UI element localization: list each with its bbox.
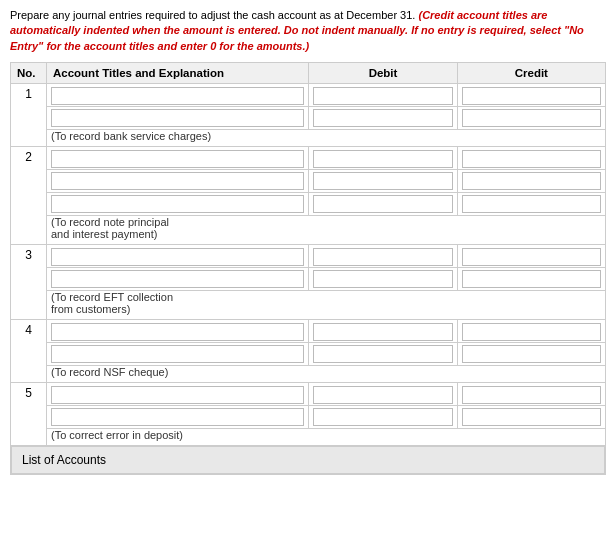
table-row: 3 xyxy=(11,245,606,268)
entry5-account1-input[interactable] xyxy=(51,386,304,404)
entry5-debit1-cell xyxy=(309,383,457,406)
entry2-account2-cell xyxy=(46,170,308,193)
entry1-debit1-cell xyxy=(309,84,457,107)
entry1-credit2-input[interactable] xyxy=(462,109,601,127)
table-row: 1 xyxy=(11,84,606,107)
entry5-credit1-cell xyxy=(457,383,605,406)
entry4-credit1-cell xyxy=(457,320,605,343)
entry4-credit2-input[interactable] xyxy=(462,345,601,363)
col-header-no: No. xyxy=(11,63,47,84)
entry3-debit1-input[interactable] xyxy=(313,248,452,266)
entry-no-2: 2 xyxy=(11,147,47,245)
entry-no-5: 5 xyxy=(11,383,47,446)
entry1-debit2-input[interactable] xyxy=(313,109,452,127)
table-row: 5 xyxy=(11,383,606,406)
table-row xyxy=(11,343,606,366)
entry2-credit1-cell xyxy=(457,147,605,170)
entry5-debit2-cell xyxy=(309,406,457,429)
table-row: (To record EFT collectionfrom customers) xyxy=(11,291,606,320)
entry1-debit2-cell xyxy=(309,107,457,130)
entry1-account2-input[interactable] xyxy=(51,109,304,127)
entry4-note: (To record NSF cheque) xyxy=(46,366,605,383)
entry3-debit2-cell xyxy=(309,268,457,291)
entry4-debit2-input[interactable] xyxy=(313,345,452,363)
entry2-debit3-input[interactable] xyxy=(313,195,452,213)
table-row xyxy=(11,268,606,291)
table-row xyxy=(11,170,606,193)
entry4-debit2-cell xyxy=(309,343,457,366)
entry3-debit2-input[interactable] xyxy=(313,270,452,288)
entry1-credit2-cell xyxy=(457,107,605,130)
entry1-debit1-input[interactable] xyxy=(313,87,452,105)
entry5-account2-input[interactable] xyxy=(51,408,304,426)
entry2-account1-input[interactable] xyxy=(51,150,304,168)
entry1-credit1-input[interactable] xyxy=(462,87,601,105)
entry1-account1-input[interactable] xyxy=(51,87,304,105)
entry3-account1-cell xyxy=(46,245,308,268)
entry2-debit1-cell xyxy=(309,147,457,170)
bottom-bar: List of Accounts xyxy=(10,446,606,475)
entry4-account1-cell xyxy=(46,320,308,343)
entry-no-3: 3 xyxy=(11,245,47,320)
col-header-account: Account Titles and Explanation xyxy=(46,63,308,84)
main-container: Prepare any journal entries required to … xyxy=(0,0,616,483)
entry2-credit3-cell xyxy=(457,193,605,216)
table-row xyxy=(11,107,606,130)
col-header-credit: Credit xyxy=(457,63,605,84)
table-row xyxy=(11,193,606,216)
journal-table: No. Account Titles and Explanation Debit… xyxy=(10,62,606,446)
list-accounts-button[interactable]: List of Accounts xyxy=(11,446,605,474)
entry1-account1-cell xyxy=(46,84,308,107)
entry1-credit1-cell xyxy=(457,84,605,107)
entry2-debit2-cell xyxy=(309,170,457,193)
entry5-debit1-input[interactable] xyxy=(313,386,452,404)
entry3-credit2-input[interactable] xyxy=(462,270,601,288)
table-row: (To correct error in deposit) xyxy=(11,429,606,446)
table-row xyxy=(11,406,606,429)
entry2-account1-cell xyxy=(46,147,308,170)
entry2-credit2-cell xyxy=(457,170,605,193)
entry3-credit1-input[interactable] xyxy=(462,248,601,266)
entry2-account2-input[interactable] xyxy=(51,172,304,190)
entry2-debit1-input[interactable] xyxy=(313,150,452,168)
entry1-note: (To record bank service charges) xyxy=(46,130,605,147)
entry5-credit2-input[interactable] xyxy=(462,408,601,426)
entry2-note: (To record note principaland interest pa… xyxy=(46,216,605,245)
entry2-debit3-cell xyxy=(309,193,457,216)
entry4-account2-input[interactable] xyxy=(51,345,304,363)
entry3-account2-input[interactable] xyxy=(51,270,304,288)
entry2-debit2-input[interactable] xyxy=(313,172,452,190)
entry1-account2-cell xyxy=(46,107,308,130)
table-row: 4 xyxy=(11,320,606,343)
entry4-credit2-cell xyxy=(457,343,605,366)
table-row: (To record NSF cheque) xyxy=(11,366,606,383)
entry5-credit1-input[interactable] xyxy=(462,386,601,404)
entry3-credit2-cell xyxy=(457,268,605,291)
entry5-account2-cell xyxy=(46,406,308,429)
entry3-note: (To record EFT collectionfrom customers) xyxy=(46,291,605,320)
entry3-debit1-cell xyxy=(309,245,457,268)
instruction-main: Prepare any journal entries required to … xyxy=(10,9,418,21)
instructions: Prepare any journal entries required to … xyxy=(10,8,606,54)
entry4-debit1-cell xyxy=(309,320,457,343)
entry5-account1-cell xyxy=(46,383,308,406)
entry4-credit1-input[interactable] xyxy=(462,323,601,341)
entry4-account1-input[interactable] xyxy=(51,323,304,341)
entry2-credit2-input[interactable] xyxy=(462,172,601,190)
entry4-debit1-input[interactable] xyxy=(313,323,452,341)
entry4-account2-cell xyxy=(46,343,308,366)
entry3-credit1-cell xyxy=(457,245,605,268)
entry5-note: (To correct error in deposit) xyxy=(46,429,605,446)
entry2-credit3-input[interactable] xyxy=(462,195,601,213)
entry-no-4: 4 xyxy=(11,320,47,383)
entry3-account2-cell xyxy=(46,268,308,291)
entry5-credit2-cell xyxy=(457,406,605,429)
entry2-account3-cell xyxy=(46,193,308,216)
table-row: 2 xyxy=(11,147,606,170)
table-row: (To record bank service charges) xyxy=(11,130,606,147)
entry2-credit1-input[interactable] xyxy=(462,150,601,168)
entry5-debit2-input[interactable] xyxy=(313,408,452,426)
col-header-debit: Debit xyxy=(309,63,457,84)
entry2-account3-input[interactable] xyxy=(51,195,304,213)
entry3-account1-input[interactable] xyxy=(51,248,304,266)
